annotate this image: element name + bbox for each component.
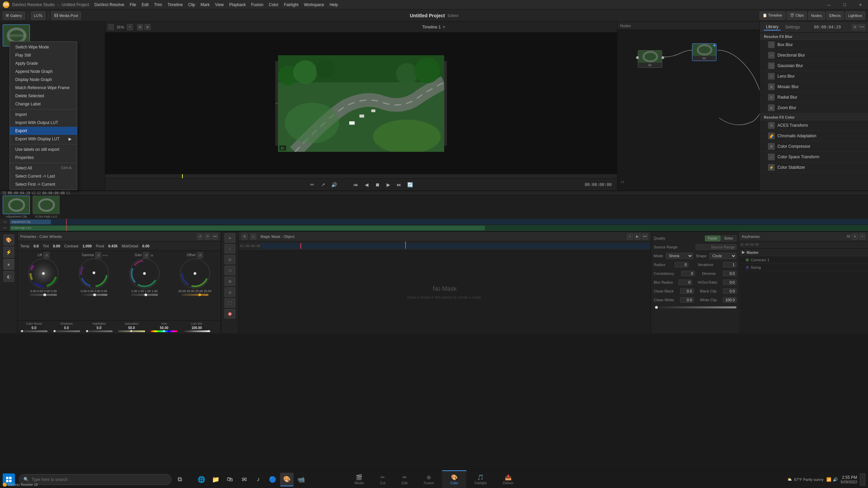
clip-thumbnail-h264[interactable]	[33, 196, 60, 214]
ctx-display-node[interactable]: Display Node Graph	[10, 76, 77, 84]
mask-bottom-slider[interactable]	[654, 306, 736, 308]
ctx-use-labels[interactable]: Use labels on still export	[10, 145, 77, 154]
quality-better[interactable]: Better	[721, 236, 736, 241]
offset-wheel[interactable]	[180, 258, 210, 289]
menu-trim[interactable]: Trim	[154, 2, 162, 7]
taskbar-resolve-2[interactable]: 📹	[294, 473, 308, 486]
preview-settings[interactable]: ⚙	[852, 24, 858, 30]
gain-slider[interactable]	[131, 294, 158, 296]
dv-tab-cut[interactable]: ✂ Cut	[372, 470, 394, 488]
ctx-play-still[interactable]: Play Still	[10, 51, 77, 59]
gain-lock[interactable]: ⊕	[151, 253, 154, 257]
task-view-button[interactable]: ⧉	[173, 473, 186, 486]
close-button[interactable]: ✕	[852, 0, 868, 9]
fx-color-stabilizer[interactable]: ⚡ Color Stabilizer	[760, 162, 868, 173]
curves-tool[interactable]: ⌇	[224, 244, 235, 253]
menu-playback[interactable]: Playback	[229, 2, 246, 7]
ctx-change-label[interactable]: Change Label	[10, 100, 77, 108]
offset-slider[interactable]	[181, 294, 209, 296]
dv-tab-media[interactable]: 🎬 Media	[347, 470, 372, 488]
stop-button[interactable]: ⏹	[374, 181, 381, 188]
taskbar-explorer[interactable]: 📁	[209, 473, 222, 486]
gain-wheel[interactable]	[129, 258, 160, 289]
minimize-button[interactable]: —	[821, 0, 837, 9]
settings-tab[interactable]: Settings	[783, 24, 802, 30]
go-to-start-button[interactable]: ⏮	[352, 181, 359, 188]
fx-gaussian-blur[interactable]: ◯ Gaussian Blur	[760, 61, 868, 71]
taskbar-spotify[interactable]: ♪	[252, 473, 265, 486]
lift-slider[interactable]	[30, 294, 57, 296]
tray-wifi[interactable]: 📶	[826, 477, 831, 482]
menu-fusion[interactable]: Fusion	[251, 2, 263, 7]
media-pool-button[interactable]: 🎞 Media Pool	[51, 12, 81, 20]
lightbox-button[interactable]: Lightbox	[845, 12, 865, 20]
scrubber-bar[interactable]	[105, 174, 617, 178]
v2-clip[interactable]: Adjustment Clip	[10, 220, 51, 224]
show-desktop-button[interactable]	[860, 473, 865, 486]
lift-reset[interactable]: ↺	[43, 252, 50, 258]
hue-slider[interactable]	[151, 330, 178, 332]
menu-timeline[interactable]: Timeline	[167, 2, 183, 7]
primaries-more[interactable]: •••	[212, 233, 218, 240]
v1-clip[interactable]: H.264 High L4.0	[10, 226, 485, 230]
search-input[interactable]	[32, 477, 167, 482]
menu-workspace[interactable]: Workspace	[304, 2, 324, 7]
ctx-delete[interactable]: Delete Selected	[10, 92, 77, 100]
mask-view-btn[interactable]: ◻	[250, 233, 256, 240]
ctx-switch-wipe[interactable]: Switch Wipe Mode	[10, 43, 77, 51]
ctx-select-all[interactable]: Select AllCtrl+A	[10, 164, 77, 172]
fx-box-blur[interactable]: ⬚ Box Blur	[760, 40, 868, 50]
cursor-tool-button[interactable]: ↗	[320, 181, 327, 188]
preview-more[interactable]: •••	[859, 24, 865, 30]
preview-zoom-out[interactable]: -	[108, 24, 114, 30]
play-reverse-button[interactable]: ◀	[363, 181, 370, 188]
mask-play[interactable]: ▶	[634, 233, 640, 240]
lift-wheel[interactable]	[28, 258, 59, 289]
menu-clip[interactable]: Clip	[188, 2, 195, 7]
mode-dropdown[interactable]: Shrink Grow	[666, 253, 693, 259]
dv-tab-fairlight[interactable]: 🎵 Fairlight	[467, 470, 495, 488]
gallery-button[interactable]: ⊞ Gallery	[3, 12, 25, 20]
ctx-import-lut[interactable]: Import With Output LUT	[10, 119, 77, 127]
ctx-apply-grade[interactable]: Apply Grade	[10, 59, 77, 67]
loop-button[interactable]: 🔄	[407, 181, 413, 188]
menu-davinci[interactable]: DaVinci Resolve	[95, 2, 124, 7]
shadows-slider[interactable]	[53, 330, 80, 332]
quality-faster[interactable]: Faster	[705, 236, 721, 241]
library-tab[interactable]: Library	[764, 24, 781, 30]
maximize-button[interactable]: ☐	[837, 0, 852, 9]
dv-tab-edit[interactable]: ✏ Edit	[393, 470, 415, 488]
gamma-arrows[interactable]: ⟺	[103, 253, 106, 257]
ctx-export[interactable]: Export	[10, 127, 77, 135]
tool-2[interactable]: ⚡	[3, 247, 14, 258]
source-range-input[interactable]	[696, 244, 736, 250]
blur-tool[interactable]: ◎	[224, 287, 235, 297]
ctx-append-node[interactable]: Append Node Graph	[10, 67, 77, 76]
saturation-slider[interactable]	[118, 330, 145, 332]
shape-dropdown[interactable]: Circle Rectangle	[709, 253, 736, 259]
menu-help[interactable]: Help	[330, 2, 338, 7]
taskbar-davinci[interactable]: 🎨	[280, 473, 294, 486]
gamma-reset[interactable]: ↺	[95, 252, 101, 258]
mask-more[interactable]: •••	[642, 233, 648, 240]
offset-reset[interactable]: ↺	[197, 252, 203, 258]
draw-tool-button[interactable]: ✏	[309, 181, 316, 188]
gamma-slider[interactable]	[80, 294, 107, 296]
search-bar[interactable]: 🔍	[19, 474, 172, 485]
taskbar-mail[interactable]: ✉	[237, 473, 251, 486]
mask-controls-btn[interactable]: ⚙	[241, 233, 248, 240]
ctx-import[interactable]: Import	[10, 110, 77, 119]
dv-tab-fusion[interactable]: ⊕ Fusion	[416, 470, 442, 488]
ctx-select-current-last[interactable]: Select Current -> Last	[10, 172, 77, 180]
go-to-end-button[interactable]: ⏭	[396, 181, 402, 188]
qualifier-tool[interactable]: ⊡	[224, 255, 235, 264]
gain-reset[interactable]: ↺	[143, 252, 149, 258]
taskbar-chrome[interactable]: 🔵	[266, 473, 279, 486]
fx-lens-blur[interactable]: ⬭ Lens Blur	[760, 71, 868, 82]
waveform-tool[interactable]: ≋	[224, 233, 235, 243]
clip-thumbnail-adjustment[interactable]	[3, 196, 30, 214]
mask-add[interactable]: +	[627, 233, 633, 240]
nodes-button[interactable]: Nodes	[808, 12, 825, 20]
fx-radial-blur[interactable]: ⟳ Radial Blur	[760, 92, 868, 103]
lum-mix-slider[interactable]	[183, 330, 210, 332]
